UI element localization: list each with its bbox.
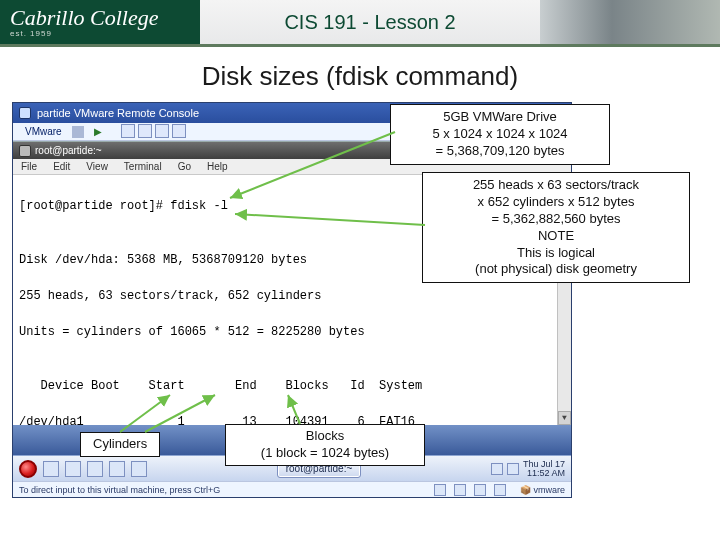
course-title: CIS 191 - Lesson 2 [284,11,455,34]
toolbar-icon[interactable] [121,124,135,138]
callout-line: = 5,368,709,120 bytes [401,143,599,160]
taskbar-icon[interactable] [109,461,125,477]
statusbar-dev-icon[interactable] [454,484,466,496]
system-tray: Thu Jul 17 11:52 AM [491,460,565,478]
terminal-menu-edit[interactable]: Edit [53,161,70,172]
terminal-menu-help[interactable]: Help [207,161,228,172]
vmware-menu-item[interactable]: VMware [19,126,68,137]
tray-icon[interactable] [507,463,519,475]
taskbar-icon[interactable] [43,461,59,477]
terminal-menu-terminal[interactable]: Terminal [124,161,162,172]
vmware-toolbar-icons [112,124,192,140]
callout-line: Cylinders [93,436,147,451]
header-divider [0,44,720,47]
vmware-statusbar: To direct input to this virtual machine,… [13,481,571,497]
toolbar-icon[interactable] [138,124,152,138]
logo-text: Cabrillo College [10,7,200,29]
callout-line: This is logical [433,245,679,262]
terminal-menu-go[interactable]: Go [178,161,191,172]
terminal-menu-view[interactable]: View [86,161,108,172]
statusbar-dev-icon[interactable] [434,484,446,496]
slide-title: Disk sizes (fdisk command) [0,61,720,92]
clock-time: 11:52 AM [523,469,565,478]
callout-line: x 652 cylinders x 512 bytes [433,194,679,211]
term-line: Device Boot Start End Blocks Id System [19,377,565,395]
scroll-down-icon[interactable]: ▼ [558,411,571,425]
callout-line: 5 x 1024 x 1024 x 1024 [401,126,599,143]
statusbar-brand: 📦 vmware [514,485,565,495]
toolbar-icon[interactable] [155,124,169,138]
taskbar-icon[interactable] [131,461,147,477]
callout-line: 255 heads x 63 sectors/track [433,177,679,194]
callout-line: NOTE [433,228,679,245]
statusbar-dev-icon[interactable] [474,484,486,496]
term-line: Units = cylinders of 16065 * 512 = 82252… [19,323,565,341]
terminal-app-icon [19,145,31,157]
callout-line: 5GB VMWare Drive [401,109,599,126]
statusbar-dev-icon[interactable] [494,484,506,496]
taskbar-icon[interactable] [65,461,81,477]
callout-line: Blocks [238,428,412,445]
play-icon[interactable]: ▶ [88,126,108,137]
callout-blocks: Blocks (1 block = 1024 bytes) [225,424,425,466]
taskbar-clock: Thu Jul 17 11:52 AM [523,460,565,478]
vmware-icon [19,107,31,119]
slide-header: Cabrillo College est. 1959 CIS 191 - Les… [0,0,720,44]
college-logo: Cabrillo College est. 1959 [0,0,200,44]
callout-line: = 5,362,882,560 bytes [433,211,679,228]
callout-line: (1 block = 1024 bytes) [238,445,412,462]
logo-est: est. 1959 [10,29,200,38]
terminal-menu-file[interactable]: File [21,161,37,172]
tray-icon[interactable] [491,463,503,475]
header-photo [540,0,720,44]
term-line: 255 heads, 63 sectors/track, 652 cylinde… [19,287,565,305]
statusbar-hint: To direct input to this virtual machine,… [19,485,220,495]
taskbar-icon[interactable] [87,461,103,477]
menubar-separator [72,126,84,138]
course-title-band: CIS 191 - Lesson 2 [200,0,540,44]
callout-geometry: 255 heads x 63 sectors/track x 652 cylin… [422,172,690,283]
callout-line: (not physical) disk geometry [433,261,679,278]
callout-drive-size: 5GB VMWare Drive 5 x 1024 x 1024 x 1024 … [390,104,610,165]
callout-cylinders: Cylinders [80,432,160,457]
redhat-start-icon[interactable] [19,460,37,478]
toolbar-icon[interactable] [172,124,186,138]
